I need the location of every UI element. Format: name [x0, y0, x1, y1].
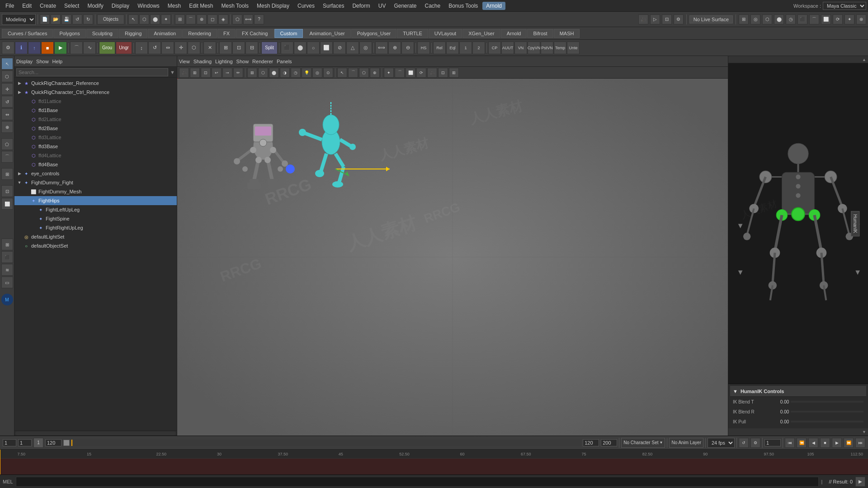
show-surface-btn[interactable]: ⬜ [821, 14, 831, 24]
scale-btn[interactable]: ⇔ [161, 42, 174, 54]
wire-btn[interactable]: ⬡ [762, 14, 772, 24]
show-grid-tool[interactable]: ⊡ [1, 185, 13, 197]
scale-tool[interactable]: ⇔ [1, 108, 13, 120]
show-ik-btn[interactable]: ⊛ [856, 14, 866, 24]
menu-deform[interactable]: Deform [349, 2, 373, 10]
vp-shadow-btn[interactable]: ◎ [312, 68, 322, 78]
tree-item-ffd2b[interactable]: ⬡ ffd2Base [14, 124, 177, 133]
hide-unsel-btn[interactable]: ⊡ [232, 42, 245, 54]
outliner-hscroll[interactable] [14, 430, 177, 436]
current-frame-field[interactable] [18, 439, 32, 446]
xray-btn[interactable]: ◷ [786, 14, 796, 24]
tab-turtle[interactable]: TURTLE [397, 29, 428, 38]
run-btn[interactable]: ▶ [54, 42, 67, 54]
curve-btn-2[interactable]: ∿ [83, 42, 96, 54]
isolate-btn[interactable]: ◎ [750, 14, 760, 24]
undo-btn[interactable]: ↺ [72, 14, 82, 24]
render-btn[interactable]: ▷ [650, 14, 660, 24]
no-anim-layer-btn[interactable]: No Anim Layer [669, 438, 703, 448]
disc-btn[interactable]: ◎ [359, 42, 372, 54]
tab-rendering[interactable]: Rendering [182, 29, 217, 38]
sym-btn[interactable]: ⟺ [243, 14, 253, 24]
mel-run-btn[interactable]: ▶ [855, 477, 865, 487]
objects-btn[interactable]: Objects [97, 14, 124, 24]
universal-manip-btn[interactable]: ✛ [175, 42, 187, 54]
snap-curve-btn[interactable]: ⌒ [186, 14, 196, 24]
info-btn[interactable]: ℹ [15, 42, 28, 54]
menu-windows[interactable]: Windows [134, 2, 163, 10]
show-joint-btn[interactable]: ✦ [844, 14, 854, 24]
vp-menu-shading[interactable]: Shading [193, 59, 212, 64]
tab-bifrost[interactable]: Bifrost [527, 29, 553, 38]
tab-custom[interactable]: Custom [274, 29, 303, 38]
timeline-track[interactable]: 7.50 15 22.50 30 37.50 45 52.50 60 67.50… [0, 450, 868, 474]
vp-show-deform[interactable]: ⟳ [416, 68, 426, 78]
tree-item-qr1[interactable]: ▶ ★ QuickRigCharacter_Reference [14, 79, 177, 88]
menu-generate[interactable]: Generate [390, 2, 420, 10]
iso-mode-btn[interactable]: ⊟ [245, 42, 258, 54]
menu-edit-mesh[interactable]: Edit Mesh [185, 2, 217, 10]
vp-frame-btn[interactable]: ⊞ [190, 68, 200, 78]
attr-editor-tool[interactable]: ⊞ [1, 239, 13, 250]
cone-btn[interactable]: △ [346, 42, 359, 54]
tl-settings-btn[interactable]: ⚙ [750, 438, 760, 448]
move-tool[interactable]: ✛ [1, 83, 13, 95]
vp-menu-lighting[interactable]: Lighting [215, 59, 233, 64]
select-tool[interactable]: ↖ [1, 58, 13, 70]
curve-btn-1[interactable]: ⌒ [70, 42, 83, 54]
vp-menu-renderer[interactable]: Renderer [252, 59, 273, 64]
tab-fx[interactable]: FX [217, 29, 236, 38]
menu-bonus-tools[interactable]: Bonus Tools [445, 2, 481, 10]
tree-item-ffd3b[interactable]: ⬡ ffd3Base [14, 142, 177, 151]
rotate-btn[interactable]: ↺ [148, 42, 161, 54]
tl-prev-key-btn[interactable]: ⏮ [785, 438, 795, 448]
tab-animation-user[interactable]: Animation_User [303, 29, 350, 38]
frame-display[interactable]: 1 [33, 438, 43, 448]
menu-mesh[interactable]: Mesh [164, 2, 184, 10]
unte-btn[interactable]: Unte [567, 42, 580, 54]
vp-show-bones[interactable]: ✦ [384, 68, 394, 78]
menu-uv[interactable]: UV [375, 2, 390, 10]
menu-edit[interactable]: Edit [19, 2, 35, 10]
show-all-btn[interactable]: ⊞ [219, 42, 232, 54]
playback-frame[interactable] [764, 439, 781, 446]
paint-btn[interactable]: ⬤ [150, 14, 160, 24]
tab-uvlayout[interactable]: UVLayout [429, 29, 462, 38]
vp-paint-btn[interactable]: ✏ [233, 68, 243, 78]
tab-polygons-user[interactable]: Polygons_User [351, 29, 397, 38]
mel-input[interactable] [16, 477, 819, 487]
tl-play-btn[interactable]: ▶ [832, 438, 842, 448]
tab-arnold[interactable]: Arnold [501, 29, 527, 38]
vp-xray-btn[interactable]: ◷ [291, 68, 301, 78]
tab-rigging[interactable]: Rigging [119, 29, 147, 38]
cube-btn[interactable]: ⬛ [281, 42, 293, 54]
show-geo-btn[interactable]: ⬛ [797, 14, 807, 24]
mirror-btn[interactable]: ⟺ [375, 42, 388, 54]
outliner-menu-help[interactable]: Help [52, 59, 63, 64]
snap-point-btn[interactable]: ⊕ [197, 14, 207, 24]
menu-file[interactable]: File [2, 2, 18, 10]
vp-menu-view[interactable]: View [179, 59, 190, 64]
paint-select-tool[interactable]: ⬡ [1, 70, 13, 82]
tl-next-frame-btn[interactable]: ⏩ [844, 438, 854, 448]
cpyvn-btn[interactable]: CpyVN [528, 42, 540, 54]
outliner-menu-show[interactable]: Show [36, 59, 49, 64]
vp-show-cam[interactable]: 🎥 [427, 68, 437, 78]
vp-snap-btn[interactable]: ⊡ [201, 68, 211, 78]
outliner-tool[interactable]: ⬛ [1, 251, 13, 263]
vp-sel-mode[interactable]: ⊕ [370, 68, 380, 78]
tree-item-dls[interactable]: ◎ defaultLightSet [14, 232, 177, 241]
tree-item-ffd4l[interactable]: ⬡ ffd4Lattice [14, 151, 177, 160]
fps-select[interactable]: 24 fps [708, 438, 735, 448]
ungroup-btn[interactable]: Ungr [116, 42, 132, 54]
tree-item-fs[interactable]: ✦ FightSpine [14, 214, 177, 223]
end-frame-field[interactable] [601, 439, 617, 446]
plane-btn[interactable]: ⬜ [320, 42, 333, 54]
vp-sel-paint[interactable]: ⬠ [359, 68, 369, 78]
right-panel-scroll-down[interactable]: ▼ [728, 428, 868, 436]
combine-btn[interactable]: ⊕ [388, 42, 401, 54]
rel-btn[interactable]: Rel [433, 42, 446, 54]
tree-item-eye[interactable]: ▶ ✦ eye_controls [14, 169, 177, 178]
show-deform-btn[interactable]: ⟳ [833, 14, 843, 24]
humanik-slider-blend-t[interactable] [791, 401, 863, 403]
